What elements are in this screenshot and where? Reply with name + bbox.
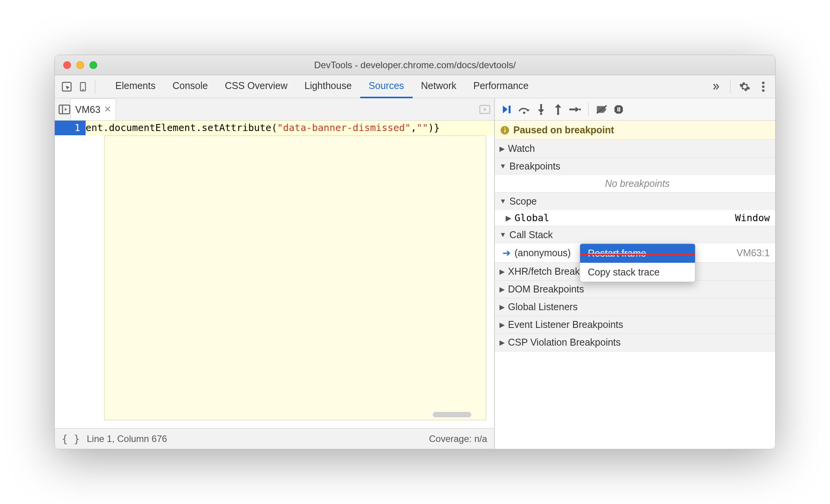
svg-point-5 [762, 89, 765, 92]
section-watch[interactable]: ▶Watch [495, 140, 775, 157]
settings-icon[interactable] [737, 79, 753, 95]
tab-lighthouse[interactable]: Lighthouse [296, 75, 360, 98]
strike-annotation [580, 254, 695, 255]
section-label: Event Listener Breakpoints [508, 319, 623, 330]
code-area[interactable]: ent.documentElement.setAttribute("data-b… [86, 121, 494, 428]
no-breakpoints-message: No breakpoints [495, 175, 775, 192]
scope-name: Global [515, 212, 549, 223]
navigator-toggle-icon[interactable] [59, 104, 70, 114]
window-titlebar: DevTools - developer.chrome.com/docs/dev… [55, 55, 775, 75]
context-menu: Restart frame Copy stack trace [580, 244, 695, 282]
file-tab-vm63[interactable]: VM63 ✕ [70, 98, 116, 120]
svg-rect-19 [557, 108, 559, 113]
code-string: "data-banner-dismissed" [277, 122, 411, 133]
horizontal-scrollbar[interactable] [433, 412, 471, 417]
debug-controls [495, 98, 775, 121]
scope-value: Window [735, 212, 770, 223]
step-into-icon[interactable] [533, 102, 549, 117]
file-tab-label: VM63 [75, 104, 100, 115]
svg-point-4 [762, 85, 765, 88]
step-over-icon[interactable] [516, 102, 532, 117]
svg-point-17 [540, 113, 542, 114]
context-menu-restart-frame[interactable]: Restart frame [580, 244, 695, 263]
svg-rect-25 [617, 107, 619, 111]
collapse-icon: ▼ [499, 197, 506, 205]
devtools-toolbar: Elements Console CSS Overview Lighthouse… [55, 75, 775, 98]
svg-rect-26 [619, 107, 620, 111]
code-line[interactable]: ent.documentElement.setAttribute("data-b… [86, 121, 494, 135]
section-csp-breakpoints[interactable]: ▶CSP Violation Breakpoints [495, 334, 775, 351]
run-snippet-icon[interactable] [479, 105, 490, 114]
section-event-listener-breakpoints[interactable]: ▶Event Listener Breakpoints [495, 316, 775, 333]
toolbar-separator [95, 80, 95, 94]
device-toolbar-icon[interactable] [75, 79, 91, 95]
svg-point-20 [557, 113, 559, 114]
svg-rect-29 [504, 128, 506, 129]
section-label: XHR/fetch Breakp [508, 266, 585, 277]
tab-css-overview[interactable]: CSS Overview [216, 75, 296, 98]
deactivate-breakpoints-icon[interactable] [594, 102, 609, 117]
code-text: ent.documentElement.setAttribute( [86, 122, 277, 133]
callstack-frame[interactable]: ➔ (anonymous) VM63:1 Restart frame Copy … [495, 244, 775, 262]
inspect-element-icon[interactable] [59, 79, 75, 95]
window-title: DevTools - developer.chrome.com/docs/dev… [55, 60, 775, 71]
section-breakpoints[interactable]: ▼Breakpoints [495, 158, 775, 175]
section-global-listeners[interactable]: ▶Global Listeners [495, 298, 775, 316]
svg-marker-22 [575, 107, 579, 112]
svg-rect-21 [569, 108, 575, 110]
tab-elements[interactable]: Elements [107, 75, 164, 98]
tab-sources[interactable]: Sources [360, 75, 413, 98]
svg-rect-28 [504, 129, 506, 133]
tab-performance[interactable]: Performance [465, 75, 537, 98]
step-icon[interactable] [567, 102, 583, 117]
callstack-frame-location: VM63:1 [737, 247, 770, 259]
section-label: CSP Violation Breakpoints [508, 337, 621, 348]
current-frame-icon: ➔ [503, 247, 511, 259]
code-text: )} [428, 122, 440, 133]
close-tab-icon[interactable]: ✕ [104, 104, 111, 114]
svg-point-3 [762, 81, 765, 84]
callstack-frame-name: (anonymous) [515, 247, 571, 259]
svg-rect-6 [59, 105, 70, 114]
resume-icon[interactable] [499, 102, 515, 117]
svg-marker-8 [65, 108, 67, 111]
svg-rect-15 [540, 104, 542, 109]
expand-icon: ▶ [499, 144, 505, 153]
scope-global-row[interactable]: ▶ Global Window [495, 210, 775, 226]
sources-editor-pane: VM63 ✕ 1 ent.documentElement.setAttribut… [55, 98, 494, 449]
tab-console[interactable]: Console [164, 75, 216, 98]
step-out-icon[interactable] [550, 102, 566, 117]
expand-icon: ▶ [499, 338, 505, 347]
context-menu-copy-stack-trace[interactable]: Copy stack trace [580, 263, 695, 282]
tab-network[interactable]: Network [413, 75, 465, 98]
section-label: Watch [508, 143, 535, 154]
code-string: "" [417, 122, 428, 133]
devtools-window: DevTools - developer.chrome.com/docs/dev… [54, 55, 776, 449]
pause-exceptions-icon[interactable] [611, 102, 626, 117]
file-tab-bar: VM63 ✕ [55, 98, 494, 121]
line-number: 1 [55, 121, 86, 135]
collapse-icon: ▼ [499, 162, 506, 170]
section-label: Call Stack [509, 229, 553, 240]
panel-tabs: Elements Console CSS Overview Lighthouse… [107, 75, 708, 98]
collapse-icon: ▼ [499, 231, 506, 239]
paused-label: Paused on breakpoint [513, 124, 614, 136]
section-dom-breakpoints[interactable]: ▶DOM Breakpoints [495, 281, 775, 298]
expand-icon: ▶ [499, 303, 505, 311]
controls-separator [588, 102, 589, 116]
svg-marker-13 [526, 109, 530, 111]
svg-marker-10 [484, 108, 487, 111]
pretty-print-icon[interactable]: { } [62, 433, 80, 445]
coverage-status: Coverage: n/a [429, 433, 487, 444]
svg-point-14 [523, 111, 525, 114]
section-call-stack[interactable]: ▼Call Stack [495, 226, 775, 244]
section-scope[interactable]: ▼Scope [495, 193, 775, 210]
kebab-menu-icon[interactable] [755, 79, 771, 95]
expand-icon: ▶ [506, 212, 511, 223]
more-tabs-icon[interactable] [708, 79, 724, 95]
svg-point-23 [579, 108, 581, 110]
svg-marker-11 [503, 106, 508, 113]
code-editor[interactable]: 1 ent.documentElement.setAttribute("data… [55, 121, 494, 428]
cursor-position: Line 1, Column 676 [87, 433, 167, 444]
editor-status-bar: { } Line 1, Column 676 Coverage: n/a [55, 428, 494, 449]
